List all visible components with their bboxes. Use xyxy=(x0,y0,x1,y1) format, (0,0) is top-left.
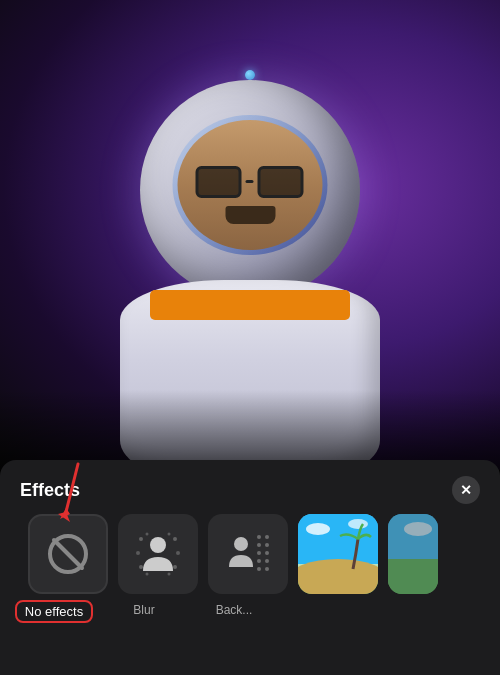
svg-line-4 xyxy=(54,540,82,568)
effect-thumb-beach2[interactable] xyxy=(388,514,438,594)
svg-point-13 xyxy=(168,533,171,536)
beach-icon xyxy=(298,514,378,594)
blur-icon xyxy=(133,529,183,579)
svg-point-21 xyxy=(257,551,261,555)
label-beach xyxy=(284,600,364,623)
main-container: Effects ✕ xyxy=(0,0,500,675)
close-button[interactable]: ✕ xyxy=(452,476,480,504)
svg-point-33 xyxy=(404,522,432,536)
glasses xyxy=(195,166,305,198)
svg-point-20 xyxy=(265,543,269,547)
label-blur: Blur xyxy=(104,600,184,623)
no-effects-label: No effects xyxy=(15,600,93,623)
glasses-right xyxy=(257,166,303,198)
camera-view xyxy=(0,0,500,470)
svg-rect-32 xyxy=(388,559,438,594)
blur-label: Blur xyxy=(133,603,154,617)
svg-point-17 xyxy=(257,535,261,539)
effect-item-no-effects xyxy=(28,514,108,594)
svg-point-29 xyxy=(348,519,368,529)
red-arrow-indicator xyxy=(48,464,88,519)
svg-point-28 xyxy=(306,523,330,535)
svg-point-24 xyxy=(265,559,269,563)
effects-labels: No effects Blur Back... xyxy=(0,594,500,623)
svg-point-7 xyxy=(173,537,177,541)
bottom-fade xyxy=(0,390,500,470)
svg-point-6 xyxy=(139,537,143,541)
effect-thumb-beach[interactable] xyxy=(298,514,378,594)
effect-item-beach2 xyxy=(388,514,438,594)
svg-point-22 xyxy=(265,551,269,555)
face xyxy=(178,120,323,250)
svg-point-25 xyxy=(257,567,261,571)
effects-scroll[interactable] xyxy=(14,514,486,594)
svg-point-12 xyxy=(146,533,149,536)
visor xyxy=(173,115,328,255)
svg-point-8 xyxy=(139,565,143,569)
effect-item-blur xyxy=(118,514,198,594)
svg-point-14 xyxy=(146,573,149,576)
svg-line-0 xyxy=(66,464,78,512)
svg-point-18 xyxy=(265,535,269,539)
svg-point-19 xyxy=(257,543,261,547)
svg-point-23 xyxy=(257,559,261,563)
label-no-effects: No effects xyxy=(14,600,94,623)
effect-item-bg-replace xyxy=(208,514,288,594)
effect-thumb-bg-replace[interactable] xyxy=(208,514,288,594)
beard xyxy=(225,206,275,224)
svg-point-26 xyxy=(265,567,269,571)
effect-thumb-blur[interactable] xyxy=(118,514,198,594)
svg-point-10 xyxy=(136,551,140,555)
effects-panel: Effects ✕ xyxy=(0,460,500,675)
svg-rect-31 xyxy=(388,514,438,559)
svg-point-11 xyxy=(176,551,180,555)
no-effect-icon xyxy=(46,532,90,576)
effect-item-beach xyxy=(298,514,378,594)
antenna-ball xyxy=(245,70,255,80)
glasses-left xyxy=(195,166,241,198)
bg-replace-label: Back... xyxy=(216,603,253,617)
svg-point-30 xyxy=(298,559,378,594)
svg-point-9 xyxy=(173,565,177,569)
glasses-bridge xyxy=(245,180,253,183)
collar-stripe xyxy=(150,290,350,320)
svg-point-5 xyxy=(150,537,166,553)
bg-replace-icon xyxy=(223,529,273,579)
svg-point-16 xyxy=(234,537,248,551)
helmet xyxy=(140,80,360,300)
beach2-icon xyxy=(388,514,438,594)
effect-thumb-no-effects[interactable] xyxy=(28,514,108,594)
svg-point-15 xyxy=(168,573,171,576)
label-bg-replace: Back... xyxy=(194,600,274,623)
